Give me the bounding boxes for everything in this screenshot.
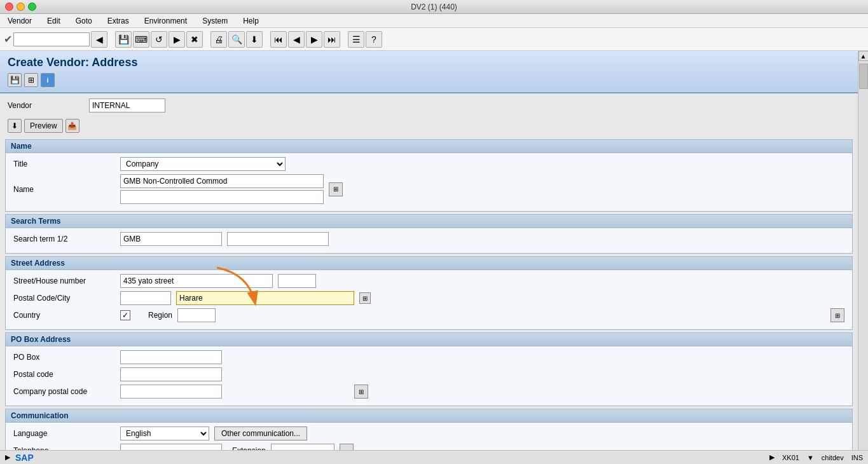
- extension-input[interactable]: [271, 444, 334, 450]
- country-row: Country ✓ Region ⊞: [13, 308, 844, 322]
- scroll-up-arrow[interactable]: ▲: [858, 51, 869, 61]
- region-label: Region: [148, 311, 172, 320]
- street-address-content: Street/House number Postal Code/City ⊞ C…: [6, 270, 852, 329]
- stop-btn[interactable]: ✖: [186, 31, 203, 48]
- sap-logo: SAP: [15, 453, 34, 463]
- close-button[interactable]: [5, 3, 13, 11]
- name-expand-btn[interactable]: ⊞: [329, 182, 343, 196]
- menu-help[interactable]: Help: [240, 15, 261, 27]
- scrollbar[interactable]: ▲: [858, 51, 868, 450]
- name-label: Name: [13, 185, 115, 194]
- region-input[interactable]: [177, 308, 216, 322]
- menu-goto[interactable]: Goto: [73, 15, 95, 27]
- title-select[interactable]: Company: [120, 157, 286, 171]
- name-input-1[interactable]: [120, 174, 324, 188]
- po-box-input[interactable]: [120, 350, 222, 364]
- telephone-input[interactable]: [120, 444, 222, 450]
- name-input-2[interactable]: [120, 190, 324, 204]
- status-nav-indicator: ▶: [5, 453, 10, 461]
- name-row: Name ⊞: [13, 174, 844, 204]
- page-title: Create Vendor: Address: [8, 56, 850, 69]
- page-toolbar: 💾 ⊞ i: [8, 73, 850, 87]
- telephone-row: Telephone Extension →: [13, 444, 844, 450]
- po-box-label: PO Box: [13, 353, 115, 362]
- page-info-btn[interactable]: i: [41, 73, 55, 87]
- execute-btn[interactable]: ▶: [169, 31, 185, 48]
- communication-content: Language English Other communication... …: [6, 423, 852, 450]
- preview-button[interactable]: Preview: [24, 119, 63, 133]
- search-terms-header: Search Terms: [6, 215, 852, 228]
- search-term-1-input[interactable]: [120, 232, 222, 246]
- send-btn[interactable]: 📤: [65, 119, 79, 133]
- back-arrow-btn[interactable]: ◀: [91, 31, 107, 48]
- main-toolbar: ✔ ◀ 💾 ⌨ ↺ ▶ ✖ 🖨 🔍 ⬇ ⏮ ◀ ▶ ⏭ ☰ ?: [0, 28, 868, 51]
- title-row: Title Company: [13, 157, 844, 171]
- window-title: DV2 (1) (440): [411, 3, 457, 11]
- server-name: chitdev: [822, 454, 844, 461]
- minimize-button[interactable]: [17, 3, 25, 11]
- company-postal-label: Company postal code: [13, 387, 115, 396]
- prev-btn[interactable]: ◀: [288, 31, 305, 48]
- postal-code-row: Postal code: [13, 367, 844, 381]
- shortcut-btn[interactable]: ⌨: [133, 31, 149, 48]
- po-postal-input[interactable]: [120, 367, 222, 381]
- street-address-header: Street Address: [6, 257, 852, 270]
- menu-bar: Vendor Edit Goto Extras Environment Syst…: [0, 14, 868, 28]
- print-btn[interactable]: 🖨: [210, 31, 227, 48]
- postal-city-row: Postal Code/City ⊞: [13, 291, 844, 305]
- menu-system[interactable]: System: [200, 15, 230, 27]
- search-term-2-input[interactable]: [227, 232, 329, 246]
- menu-vendor[interactable]: Vendor: [5, 15, 34, 27]
- find-btn[interactable]: 🔍: [228, 31, 245, 48]
- transaction-code: XK01: [782, 454, 799, 461]
- company-postal-row: Company postal code ⊞: [13, 385, 844, 399]
- title-label: Title: [13, 160, 115, 168]
- menu-edit[interactable]: Edit: [45, 15, 63, 27]
- city-expand-btn[interactable]: ⊞: [359, 292, 371, 304]
- menu-expand-btn[interactable]: ☰: [348, 31, 364, 48]
- scroll-thumb[interactable]: [859, 64, 868, 89]
- download-btn[interactable]: ⬇: [8, 119, 22, 133]
- po-box-row: PO Box: [13, 350, 844, 364]
- po-box-expand-btn[interactable]: ⊞: [354, 385, 368, 399]
- page-save-btn[interactable]: 💾: [8, 73, 22, 87]
- save-btn[interactable]: 💾: [115, 31, 132, 48]
- check-icon: ✔: [4, 33, 12, 45]
- next-btn[interactable]: ▶: [306, 31, 322, 48]
- postal-code-input[interactable]: [120, 291, 171, 305]
- help-btn[interactable]: ?: [366, 31, 382, 48]
- page-layout-btn[interactable]: ⊞: [24, 73, 38, 87]
- company-postal-input[interactable]: [120, 385, 222, 399]
- country-expand-btn[interactable]: ⊞: [830, 308, 844, 322]
- find-next-btn[interactable]: ⬇: [246, 31, 263, 48]
- house-number-input[interactable]: [278, 274, 316, 288]
- search-terms-content: Search term 1/2: [6, 228, 852, 253]
- content-area: Create Vendor: Address 💾 ⊞ i Vendor ⬇ Pr…: [0, 51, 858, 450]
- city-input[interactable]: [176, 291, 354, 305]
- name-section: Name Title Company Name ⊞: [5, 139, 853, 212]
- first-btn[interactable]: ⏮: [270, 31, 287, 48]
- communication-header: Communication: [6, 409, 852, 423]
- telephone-expand-btn[interactable]: →: [340, 444, 354, 450]
- po-box-section: PO Box Address PO Box Postal code Compan…: [5, 332, 853, 406]
- menu-environment[interactable]: Environment: [142, 15, 189, 27]
- refresh-btn[interactable]: ↺: [151, 31, 167, 48]
- language-select[interactable]: English: [120, 426, 209, 440]
- vendor-input[interactable]: [89, 99, 165, 113]
- po-box-header: PO Box Address: [6, 333, 852, 346]
- status-arrow: ▶: [769, 453, 775, 461]
- street-input[interactable]: [120, 274, 273, 288]
- menu-extras[interactable]: Extras: [105, 15, 132, 27]
- command-input[interactable]: [13, 32, 90, 46]
- insert-mode: INS: [851, 454, 863, 461]
- language-label: Language: [13, 429, 115, 438]
- last-btn[interactable]: ⏭: [324, 31, 340, 48]
- dropdown-arrow[interactable]: ▼: [807, 454, 814, 461]
- window-controls[interactable]: [5, 3, 36, 11]
- other-communication-button[interactable]: Other communication...: [214, 426, 307, 440]
- maximize-button[interactable]: [28, 3, 36, 11]
- vendor-label: Vendor: [8, 101, 84, 110]
- country-checkbox[interactable]: ✓: [120, 310, 130, 320]
- search-term-row: Search term 1/2: [13, 232, 844, 246]
- vendor-row: Vendor: [0, 93, 858, 118]
